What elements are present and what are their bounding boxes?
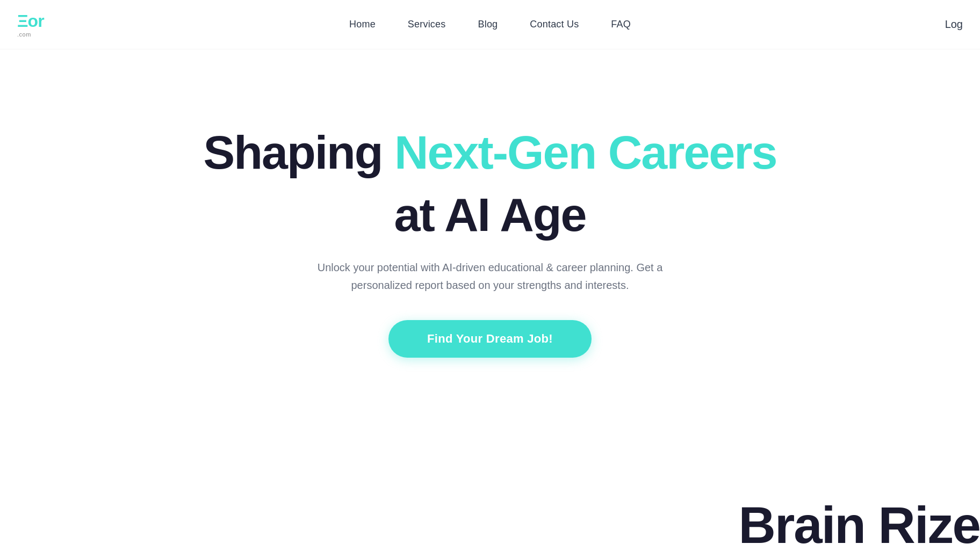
logo-sub: .com — [17, 31, 44, 38]
bottom-brand: Brain Rize — [739, 499, 980, 551]
nav-contact[interactable]: Contact Us — [530, 19, 579, 30]
navbar: Ξor .com Home Services Blog Contact Us F… — [0, 0, 980, 49]
hero-title-part1: Shaping — [203, 126, 394, 179]
nav-faq[interactable]: FAQ — [611, 19, 631, 30]
nav-login[interactable]: Log — [945, 18, 963, 31]
hero-title-part2: Next-Gen Careers — [394, 126, 776, 179]
nav-blog[interactable]: Blog — [478, 19, 498, 30]
nav-home[interactable]: Home — [349, 19, 376, 30]
nav-right: Log — [945, 18, 963, 31]
hero-description: Unlock your potential with AI-driven edu… — [286, 259, 694, 294]
nav-links: Home Services Blog Contact Us FAQ — [349, 19, 631, 30]
nav-services[interactable]: Services — [408, 19, 446, 30]
hero-title: Shaping Next-Gen Careers — [203, 128, 776, 177]
hero-section: Shaping Next-Gen Careers at AI Age Unloc… — [0, 49, 980, 425]
cta-button[interactable]: Find Your Dream Job! — [388, 320, 592, 358]
hero-subtitle: at AI Age — [394, 190, 586, 240]
logo[interactable]: Ξor .com — [17, 11, 44, 38]
